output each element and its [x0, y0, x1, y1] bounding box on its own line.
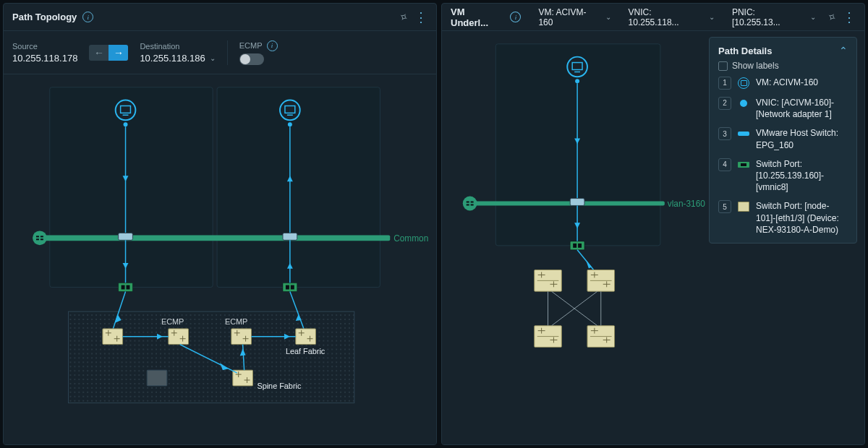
path-topology-panel: Path Topology i ✧ ⋮ Source 10.255.118.17… — [3, 3, 437, 445]
svg-point-62 — [575, 79, 579, 83]
svg-rect-47 — [147, 370, 167, 386]
svg-point-8 — [116, 100, 136, 121]
ecmp-field: ECMP i — [239, 40, 278, 65]
svg-rect-7 — [41, 238, 43, 240]
path-step-5[interactable]: 5 Switch Port: [node-101]-[eth1/3] (Devi… — [718, 200, 848, 236]
svg-rect-57 — [467, 204, 469, 205]
leaf-switch-3[interactable] — [231, 329, 252, 345]
switch-icon — [737, 200, 750, 213]
svg-rect-58 — [471, 204, 474, 205]
ecmp-label-2: ECMP — [225, 317, 247, 326]
direction-toggle[interactable]: ← → — [89, 45, 128, 61]
destination-label: Destination — [140, 42, 215, 51]
svg-rect-40 — [231, 329, 252, 345]
vm-node[interactable] — [567, 57, 587, 77]
leaf-switch-b[interactable] — [587, 270, 615, 292]
svg-rect-1 — [217, 87, 380, 288]
source-vm-node[interactable] — [116, 100, 136, 121]
leaf-switch-a[interactable] — [535, 270, 562, 292]
switch-port-icon — [737, 158, 750, 171]
svg-rect-2 — [34, 235, 390, 241]
direction-right[interactable]: → — [109, 45, 128, 61]
chevron-down-icon: ⌄ — [709, 13, 715, 21]
svg-rect-26 — [119, 283, 133, 292]
divider — [227, 40, 228, 65]
kebab-icon[interactable]: ⋮ — [414, 11, 427, 24]
svg-rect-65 — [570, 199, 584, 206]
svg-rect-28 — [127, 285, 130, 290]
left-panel-header: Path Topology i ✧ ⋮ — [4, 4, 436, 31]
svg-marker-72 — [586, 260, 592, 269]
svg-point-14 — [124, 122, 128, 126]
svg-rect-20 — [119, 233, 133, 240]
spine-fabric-label: Spine Fabric — [257, 382, 302, 390]
svg-point-3 — [33, 231, 47, 245]
left-topology-svg: Common — [4, 74, 436, 444]
ecmp-toggle[interactable] — [239, 53, 264, 65]
left-canvas[interactable]: Common — [4, 74, 436, 444]
source-value: 10.255.118.178 — [12, 53, 77, 64]
leaf-switch-4[interactable] — [296, 329, 316, 345]
collapse-icon[interactable]: ⌃ — [839, 45, 848, 56]
svg-rect-56 — [471, 202, 474, 203]
vnic-icon — [737, 97, 750, 110]
pnic-dropdown[interactable]: PNIC: [10.255.13...⌄ — [726, 8, 822, 27]
spine-switch-a[interactable] — [535, 326, 562, 348]
show-labels-checkbox[interactable]: Show labels — [718, 61, 848, 71]
right-switch-port[interactable] — [570, 241, 584, 250]
leaf-fabric-label: Leaf Fabric — [286, 347, 326, 356]
dest-switch-port[interactable] — [283, 283, 297, 292]
direction-left[interactable]: ← — [89, 45, 109, 61]
vm-dropdown[interactable]: VM: ACIVM-160⌄ — [532, 8, 616, 27]
path-step-1[interactable]: 1 VM: ACIVM-160 — [718, 77, 848, 90]
right-panel-header: VM Underl... i VM: ACIVM-160⌄ VNIC: 10.2… — [442, 4, 864, 31]
svg-point-59 — [567, 57, 587, 77]
vlan-band-label: vlan-3160 — [668, 199, 705, 209]
path-step-4[interactable]: 4 Switch Port: [10.255.139.160]-[vmnic8] — [718, 158, 848, 194]
svg-rect-68 — [570, 241, 584, 250]
svg-rect-33 — [68, 311, 354, 403]
svg-rect-5 — [41, 236, 43, 237]
destination-field: Destination 10.255.118.186 ⌄ — [140, 42, 215, 64]
path-step-2[interactable]: 2 VNIC: [ACIVM-160]-[Network adapter 1] — [718, 97, 848, 120]
path-step-3[interactable]: 3 VMware Host Switch: EPG_160 — [718, 127, 848, 150]
dest-vm-node[interactable] — [280, 100, 300, 121]
common-band-label: Common — [393, 233, 428, 244]
info-icon[interactable]: i — [82, 12, 93, 22]
svg-rect-55 — [467, 202, 469, 203]
pin-icon[interactable]: ✧ — [396, 9, 411, 25]
svg-rect-53 — [464, 202, 665, 206]
svg-rect-41 — [296, 329, 316, 345]
info-icon[interactable]: i — [267, 40, 278, 51]
leaf-switch-2[interactable] — [169, 329, 189, 345]
svg-rect-27 — [122, 285, 125, 290]
ecmp-label-1: ECMP — [161, 317, 184, 326]
host-switch-icon — [737, 127, 750, 140]
svg-point-11 — [280, 100, 300, 121]
svg-rect-39 — [169, 329, 189, 345]
svg-rect-69 — [573, 244, 576, 248]
info-icon[interactable]: i — [510, 12, 521, 22]
svg-rect-30 — [286, 285, 289, 290]
right-panel-title: VM Underl... — [451, 7, 504, 28]
svg-point-15 — [288, 122, 292, 126]
svg-rect-6 — [36, 238, 39, 240]
left-controls: Source 10.255.118.178 ← → Destination 10… — [4, 31, 436, 74]
svg-rect-31 — [291, 285, 294, 290]
kebab-icon[interactable]: ⋮ — [843, 11, 856, 24]
svg-rect-21 — [283, 233, 297, 240]
source-label: Source — [12, 42, 77, 51]
svg-rect-4 — [36, 236, 39, 237]
path-details-title: Path Details — [718, 46, 772, 56]
source-switch-port[interactable] — [119, 283, 133, 292]
chevron-down-icon[interactable]: ⌄ — [210, 54, 216, 62]
chevron-down-icon: ⌄ — [605, 13, 611, 21]
spine-switch-b[interactable] — [587, 326, 615, 348]
vnic-dropdown[interactable]: VNIC: 10.255.118...⌄ — [623, 8, 720, 27]
leaf-switch-1[interactable] — [103, 329, 123, 345]
chevron-down-icon: ⌄ — [810, 13, 816, 21]
checkbox-icon — [718, 61, 728, 71]
vm-icon — [737, 77, 750, 90]
pin-icon[interactable]: ✧ — [825, 9, 839, 25]
source-field: Source 10.255.118.178 — [12, 42, 77, 64]
